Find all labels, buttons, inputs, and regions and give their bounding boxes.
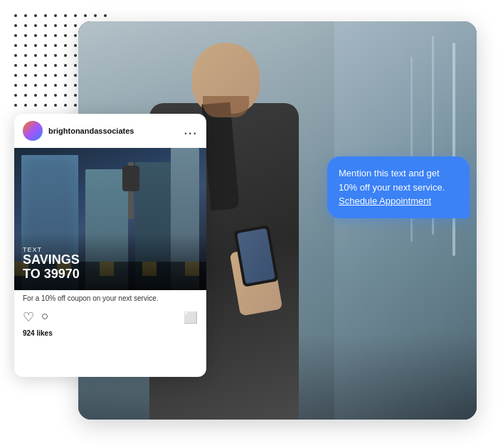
dot [104, 14, 107, 17]
dot [14, 74, 17, 77]
dot [34, 64, 37, 67]
dot [24, 14, 27, 17]
dot [34, 94, 37, 97]
dot [14, 14, 17, 17]
instagram-actions: ♡ ○ ⬜ [14, 306, 206, 329]
dot [44, 54, 47, 57]
dot [14, 94, 17, 97]
dot [64, 84, 67, 87]
dot [54, 14, 57, 17]
dot [24, 94, 27, 97]
dot [64, 24, 67, 27]
dot [74, 24, 77, 27]
dot [24, 104, 27, 107]
dot [14, 64, 17, 67]
dot [34, 44, 37, 47]
dot [14, 44, 17, 47]
dot [64, 104, 67, 107]
dot [74, 84, 77, 87]
instagram-likes: 924 likes [14, 329, 206, 343]
heart-icon[interactable]: ♡ [23, 309, 34, 325]
dot [34, 54, 37, 57]
schedule-appointment-link[interactable]: Schedule Appointment [339, 196, 431, 206]
dot [34, 84, 37, 87]
dot [44, 34, 47, 37]
traffic-lights [128, 162, 134, 219]
dot [44, 94, 47, 97]
dot [54, 104, 57, 107]
dot [74, 64, 77, 67]
dot [54, 54, 57, 57]
dot [24, 54, 27, 57]
sms-bubble: Mention this text and get 10% off your n… [327, 156, 470, 218]
instagram-left-actions: ♡ ○ [23, 309, 48, 325]
dot [64, 64, 67, 67]
dot [14, 54, 17, 57]
dot [64, 54, 67, 57]
dot [24, 24, 27, 27]
sms-body-text: Mention this text and get 10% off your n… [339, 168, 445, 193]
dot [44, 84, 47, 87]
dot [14, 104, 17, 107]
dot [64, 44, 67, 47]
dot [44, 14, 47, 17]
scene: brightonandassociates ... TEXT SAVINGS T… [0, 0, 498, 448]
dot [24, 44, 27, 47]
dot [54, 84, 57, 87]
savings-line2: SAVINGS TO 39970 [23, 253, 80, 282]
dot [44, 104, 47, 107]
instagram-image: TEXT SAVINGS TO 39970 [14, 148, 206, 290]
dot [74, 44, 77, 47]
dot [74, 74, 77, 77]
dot [24, 74, 27, 77]
dot [54, 34, 57, 37]
dot [64, 74, 67, 77]
instagram-card: brightonandassociates ... TEXT SAVINGS T… [14, 114, 206, 377]
dot [34, 34, 37, 37]
dot [14, 34, 17, 37]
dot [54, 94, 57, 97]
bookmark-icon[interactable]: ⬜ [184, 311, 198, 324]
instagram-caption: For a 10% off coupon on your next servic… [14, 290, 206, 306]
dot [34, 74, 37, 77]
instagram-more-dots[interactable]: ... [184, 124, 198, 137]
dot [44, 24, 47, 27]
dot [84, 14, 87, 17]
dot [34, 24, 37, 27]
dot [54, 64, 57, 67]
dot [34, 104, 37, 107]
dot [54, 44, 57, 47]
dot [74, 94, 77, 97]
dot [14, 24, 17, 27]
dot [54, 24, 57, 27]
dot [64, 14, 67, 17]
instagram-header: brightonandassociates ... [14, 114, 206, 148]
dot [74, 14, 77, 17]
dot [44, 74, 47, 77]
instagram-text-overlay: TEXT SAVINGS TO 39970 [23, 246, 80, 282]
instagram-username: brightonandassociates [48, 127, 184, 135]
dot [74, 34, 77, 37]
dot [74, 104, 77, 107]
dot [64, 34, 67, 37]
dot [14, 84, 17, 87]
sms-message-text: Mention this text and get 10% off your n… [339, 166, 458, 208]
dot [24, 34, 27, 37]
dot [44, 64, 47, 67]
comment-icon[interactable]: ○ [41, 309, 48, 325]
dot [34, 14, 37, 17]
dot [74, 54, 77, 57]
dot [94, 14, 97, 17]
instagram-avatar [23, 121, 43, 141]
dot [24, 84, 27, 87]
dot [54, 74, 57, 77]
dot [44, 44, 47, 47]
dot [64, 94, 67, 97]
dot [24, 64, 27, 67]
